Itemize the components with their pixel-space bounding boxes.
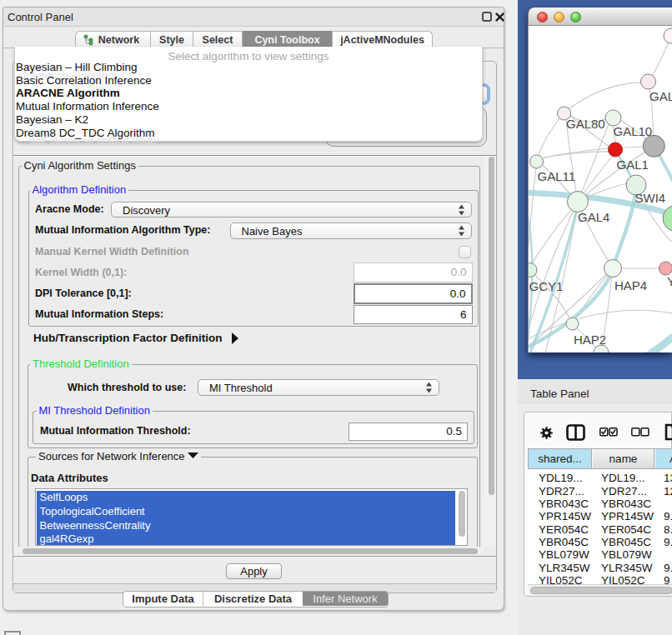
svg-text:HAP4: HAP4 [614,278,647,292]
svg-text:GAL80: GAL80 [566,117,605,131]
svg-text:HAP2: HAP2 [574,332,606,347]
svg-text:GAL: GAL [649,89,672,103]
svg-text:Y: Y [667,274,672,288]
svg-text:GAL4: GAL4 [578,210,609,224]
svg-text:GCY1: GCY1 [529,279,564,293]
svg-text:SWI4: SWI4 [635,191,666,205]
svg-text:GAL10: GAL10 [614,124,653,138]
svg-text:GAL1: GAL1 [617,158,649,172]
svg-text:GAL11: GAL11 [538,169,576,183]
